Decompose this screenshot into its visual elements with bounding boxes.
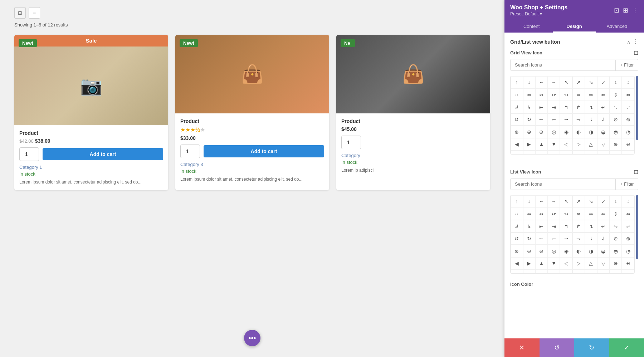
icon-cell[interactable]: ⇐: [597, 208, 610, 220]
icon-cell[interactable]: ↕: [622, 195, 634, 208]
icon-cell[interactable]: ▽: [597, 138, 610, 151]
icon-cell[interactable]: ⇥: [548, 101, 560, 113]
icon-cell[interactable]: ⊜: [523, 126, 536, 138]
icon-cell[interactable]: ↮: [572, 208, 585, 220]
icon-cell[interactable]: ↰: [560, 220, 572, 233]
quantity-input[interactable]: [341, 136, 361, 149]
add-to-cart-button[interactable]: Add to cart: [43, 148, 163, 160]
icon-cell[interactable]: →: [548, 195, 560, 208]
icon-cell[interactable]: ⊖: [622, 138, 634, 151]
icon-cell[interactable]: ↬: [560, 208, 572, 220]
icon-cell[interactable]: ▽: [597, 257, 610, 270]
icon-cell[interactable]: ⊙: [535, 270, 548, 274]
icon-cell[interactable]: ⊖: [622, 257, 634, 270]
icon-cell[interactable]: ⊚: [622, 113, 634, 126]
icon-cell[interactable]: ↑: [511, 195, 523, 208]
icon-cell[interactable]: ◑: [585, 126, 597, 138]
icon-cell[interactable]: ⊙: [610, 233, 622, 245]
list-search-input[interactable]: [511, 178, 615, 190]
icon-cell[interactable]: ◎: [548, 245, 560, 257]
icon-cell[interactable]: △: [585, 138, 597, 151]
icon-cell[interactable]: ↕: [610, 76, 622, 89]
icon-cell[interactable]: △: [585, 257, 597, 270]
icon-cell[interactable]: ▶: [523, 138, 536, 151]
icon-cell[interactable]: ⇒: [585, 89, 597, 101]
icon-cell[interactable]: ↑: [511, 76, 523, 89]
icon-cell[interactable]: ⇌: [622, 220, 634, 233]
icon-cell[interactable]: ▷: [572, 257, 585, 270]
add-to-cart-button[interactable]: Add to cart: [204, 145, 324, 157]
icon-cell[interactable]: ⇤: [535, 220, 548, 233]
icon-cell[interactable]: ↰: [560, 101, 572, 113]
icon-cell[interactable]: ↱: [572, 101, 585, 113]
icon-cell[interactable]: ◐: [572, 245, 585, 257]
icon-cell[interactable]: ◀: [511, 138, 523, 151]
icon-cell[interactable]: ⇥: [548, 220, 560, 233]
icon-cell[interactable]: ↻: [523, 233, 536, 245]
icon-cell[interactable]: ↙: [597, 76, 610, 89]
icon-cell[interactable]: ↗: [572, 195, 585, 208]
icon-cell[interactable]: ⊛: [560, 270, 572, 274]
icon-cell[interactable]: ⊛: [511, 245, 523, 257]
icon-cell[interactable]: ↲: [511, 101, 523, 113]
icon-cell[interactable]: ◎: [548, 126, 560, 138]
icon-cell[interactable]: ↺: [511, 233, 523, 245]
icon-cell[interactable]: ⊛: [511, 126, 523, 138]
layout-icon[interactable]: ⊞: [623, 6, 628, 14]
icon-cell[interactable]: ⊗: [511, 270, 523, 274]
more-icon[interactable]: ⋮: [632, 6, 638, 14]
reset-button[interactable]: ↺: [540, 338, 575, 357]
icon-cell[interactable]: ▶: [523, 257, 536, 270]
icon-cell[interactable]: ↓: [523, 195, 536, 208]
icon-cell[interactable]: ◒: [597, 245, 610, 257]
icon-cell[interactable]: ▼: [548, 138, 560, 151]
icon-cell[interactable]: ⊞: [597, 270, 610, 274]
icon-cell[interactable]: ↽: [548, 113, 560, 126]
icon-cell[interactable]: ↳: [523, 220, 536, 233]
icon-cell[interactable]: ⊝: [535, 126, 548, 138]
icon-cell[interactable]: ⊠: [622, 151, 634, 155]
icon-cell[interactable]: ⇃: [597, 113, 610, 126]
icon-cell[interactable]: ◀: [511, 257, 523, 270]
icon-cell[interactable]: ⊜: [572, 151, 585, 155]
icon-cell[interactable]: ⊚: [548, 151, 560, 155]
category-link[interactable]: Category 3: [180, 162, 324, 167]
icon-cell[interactable]: ⇐: [597, 89, 610, 101]
icon-cell[interactable]: ⊜: [572, 270, 585, 274]
icon-cell[interactable]: ⇔: [622, 208, 634, 220]
icon-cell[interactable]: ◉: [560, 126, 572, 138]
icon-cell[interactable]: ⇃: [597, 233, 610, 245]
icon-cell[interactable]: ↼: [535, 233, 548, 245]
icon-cell[interactable]: ⊚: [622, 233, 634, 245]
icon-cell[interactable]: ←: [535, 195, 548, 208]
icon-cell[interactable]: ▷: [572, 138, 585, 151]
icon-cell[interactable]: ⇕: [610, 89, 622, 101]
icon-cell[interactable]: ↳: [523, 101, 536, 113]
icon-cell[interactable]: ◐: [572, 126, 585, 138]
icon-cell[interactable]: ↖: [560, 76, 572, 89]
icon-cell[interactable]: ⊜: [523, 245, 536, 257]
icon-cell[interactable]: ↘: [585, 76, 597, 89]
icon-cell[interactable]: ⇀: [560, 233, 572, 245]
icon-cell[interactable]: ⊝: [585, 270, 597, 274]
icon-cell[interactable]: ⇤: [535, 101, 548, 113]
icon-cell[interactable]: ↭: [535, 208, 548, 220]
icon-cell[interactable]: ↵: [597, 220, 610, 233]
icon-cell[interactable]: ⇔: [622, 89, 634, 101]
list-scrollbar[interactable]: [636, 195, 638, 259]
icon-cell[interactable]: ⇌: [622, 101, 634, 113]
icon-cell[interactable]: ◓: [610, 245, 622, 257]
icon-cell[interactable]: ↼: [535, 113, 548, 126]
grid-view-button[interactable]: ⊞: [14, 7, 26, 19]
icon-cell[interactable]: ▼: [548, 257, 560, 270]
icon-cell[interactable]: ↺: [511, 113, 523, 126]
icon-cell[interactable]: ⊛: [560, 151, 572, 155]
redo-button[interactable]: ↻: [574, 338, 609, 357]
icon-cell[interactable]: ↬: [560, 89, 572, 101]
icon-cell[interactable]: ⊙: [610, 113, 622, 126]
icon-cell[interactable]: ↘: [585, 195, 597, 208]
icon-cell[interactable]: ⊟: [610, 151, 622, 155]
list-view-button[interactable]: ≡: [29, 7, 40, 19]
icon-cell[interactable]: ↴: [585, 101, 597, 113]
icon-cell[interactable]: ⊕: [610, 138, 622, 151]
